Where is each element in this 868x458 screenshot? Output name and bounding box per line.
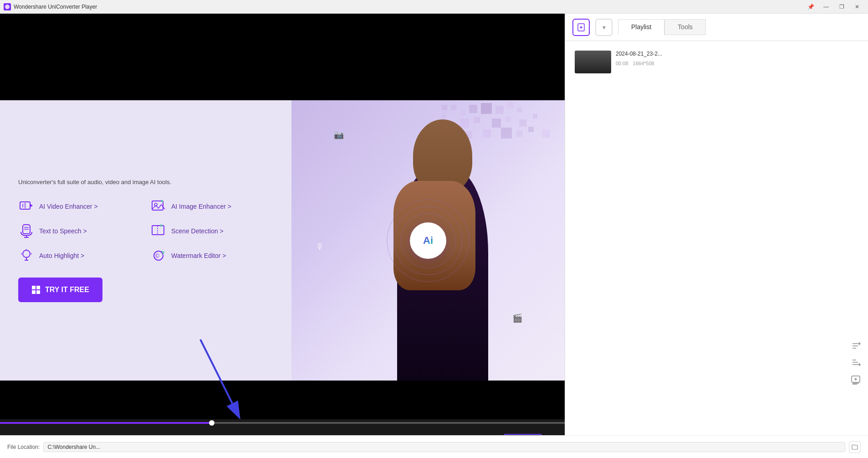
video-area: Uniconverter's full suite of audio, vide… — [0, 14, 565, 458]
add-media-button[interactable] — [851, 375, 861, 385]
playlist-item-resolution: 1664*508 — [633, 61, 654, 66]
add-media-button-area — [851, 375, 861, 385]
playlist-thumbnail — [575, 51, 611, 73]
right-panel-header: ▾ Playlist Tools — [565, 14, 868, 41]
ai-tool-video-enhancer[interactable]: AI Video Enhancer > — [18, 198, 141, 215]
overlay-mic-icon: 🎙 — [313, 241, 326, 253]
sort-asc-icon — [852, 341, 861, 350]
image-enhancer-label: AI Image Enhancer > — [171, 203, 231, 210]
maximize-button[interactable]: ❐ — [834, 2, 849, 12]
right-panel: ▾ Playlist Tools 2024-08-21_23-2... 00:0… — [565, 14, 868, 458]
folder-icon — [852, 444, 858, 450]
add-file-icon — [577, 23, 586, 32]
right-panel-footer: File Location: C:\Wondershare Un... — [0, 435, 868, 458]
file-location-browse-button[interactable] — [849, 441, 861, 453]
ai-tool-auto-highlight[interactable]: Auto Highlight > — [18, 247, 141, 264]
playlist-item-name: 2024-08-21_23-2... — [616, 51, 858, 58]
add-file-button[interactable] — [572, 19, 590, 36]
ai-promo-subtitle: Uniconverter's full suite of audio, vide… — [18, 179, 273, 185]
sort-desc-button[interactable] — [852, 358, 861, 367]
svg-text:©: © — [155, 253, 159, 259]
sort-asc-button[interactable] — [852, 341, 861, 350]
ai-tool-text-to-speech[interactable]: Text to Speech > — [18, 223, 141, 239]
main-container: Uniconverter's full suite of audio, vide… — [0, 14, 868, 458]
add-media-icon — [851, 375, 861, 385]
watermark-editor-label: Watermark Editor > — [171, 252, 226, 259]
video-enhancer-icon — [18, 198, 35, 215]
ai-tools-grid: AI Video Enhancer > AI Image Enhancer > — [18, 198, 273, 264]
playlist-item-duration: 00:08 — [616, 61, 628, 66]
scene-detection-label: Scene Detection > — [171, 227, 224, 235]
tab-tools[interactable]: Tools — [664, 19, 706, 35]
svg-marker-2 — [30, 204, 33, 207]
playlist-item-info: 2024-08-21_23-2... 00:08 1664*508 — [616, 51, 858, 66]
svg-rect-22 — [32, 286, 36, 289]
ai-tool-scene-detection[interactable]: Scene Detection > — [150, 223, 273, 239]
app-title: Wondershare UniConverter Player — [14, 4, 97, 10]
file-location-value: C:\Wondershare Un... — [43, 442, 845, 452]
text-to-speech-label: Text to Speech > — [39, 227, 87, 235]
windows-icon — [31, 285, 41, 294]
sort-desc-icon — [852, 358, 861, 367]
playlist-thumb-inner — [575, 51, 611, 73]
svg-rect-12 — [152, 226, 164, 235]
playlist-item[interactable]: 2024-08-21_23-2... 00:08 1664*508 — [571, 46, 863, 77]
file-location-label: File Location: — [7, 444, 40, 450]
playlist-item-meta: 00:08 1664*508 — [616, 61, 858, 66]
title-bar-left: Wondershare UniConverter Player — [4, 3, 97, 10]
try-free-button[interactable]: TRY IT FREE — [18, 278, 102, 302]
ai-tool-image-enhancer[interactable]: AI Image Enhancer > — [150, 198, 273, 215]
progress-bar-fill — [0, 422, 212, 424]
svg-rect-25 — [36, 290, 40, 294]
video-enhancer-label: AI Video Enhancer > — [39, 203, 98, 210]
svg-rect-23 — [36, 286, 40, 289]
tab-playlist[interactable]: Playlist — [618, 19, 664, 35]
watermark-editor-icon: © — [150, 247, 167, 264]
svg-rect-5 — [152, 201, 163, 210]
svg-point-0 — [5, 5, 10, 9]
ai-promo-content: Uniconverter's full suite of audio, vide… — [0, 100, 291, 381]
overlay-camera-icon-1: 📷 — [332, 129, 345, 141]
progress-thumb — [209, 420, 214, 426]
minimize-button[interactable]: — — [819, 2, 833, 12]
ai-tool-watermark-editor[interactable]: © Watermark Editor > — [150, 247, 273, 264]
progress-bar-track — [0, 422, 565, 424]
image-enhancer-icon — [150, 198, 167, 215]
ai-promo-banner: Uniconverter's full suite of audio, vide… — [0, 100, 565, 381]
auto-highlight-icon — [18, 247, 35, 264]
title-bar: Wondershare UniConverter Player 📌 — ❐ ✕ — [0, 0, 868, 14]
app-icon — [4, 3, 11, 10]
text-to-speech-icon — [18, 223, 35, 239]
right-panel-tools — [852, 341, 861, 367]
svg-point-14 — [23, 250, 30, 257]
ai-logo-circle: Ai — [410, 222, 446, 259]
ai-logo-text: Ai — [423, 235, 433, 247]
scene-detection-icon — [150, 223, 167, 239]
right-panel-content: 2024-08-21_23-2... 00:08 1664*508 — [565, 41, 868, 458]
auto-highlight-label: Auto Highlight > — [39, 252, 84, 259]
video-top-region — [0, 14, 565, 100]
close-button[interactable]: ✕ — [850, 2, 864, 12]
header-tabs: Playlist Tools — [618, 19, 861, 35]
try-free-label: TRY IT FREE — [45, 286, 89, 294]
pin-button[interactable]: 📌 — [803, 2, 818, 12]
svg-rect-24 — [32, 290, 36, 294]
dropdown-button[interactable]: ▾ — [595, 19, 613, 36]
progress-bar-container[interactable] — [0, 419, 565, 427]
ai-promo-image: Ai — [291, 100, 565, 381]
window-controls: 📌 — ❐ ✕ — [803, 2, 864, 12]
